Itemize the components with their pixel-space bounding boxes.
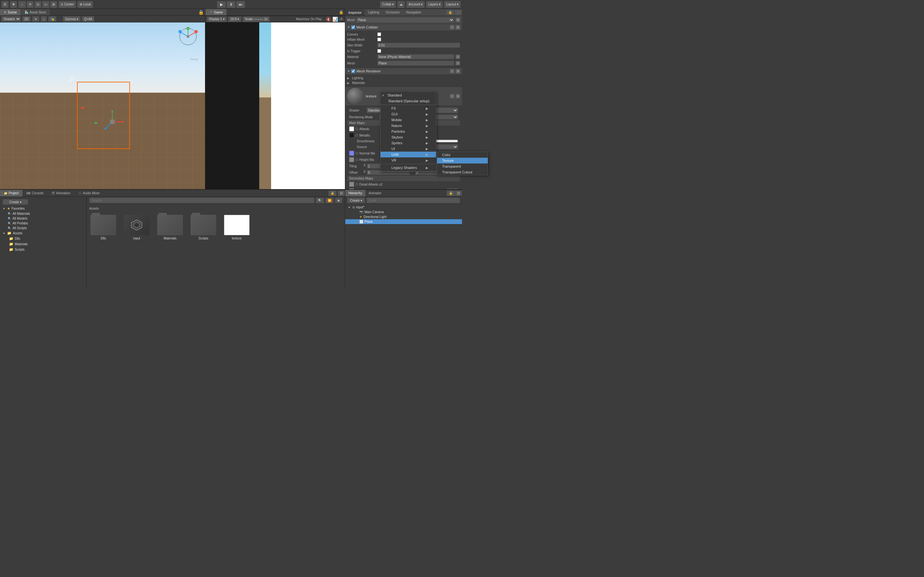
all-prefabs[interactable]: 🔍 All Prefabs xyxy=(0,221,86,226)
mobile-item[interactable]: Mobile ▶ xyxy=(381,117,436,123)
material-value[interactable]: None (Physic Material) xyxy=(377,54,454,59)
search-btn[interactable]: 🔍 xyxy=(316,197,324,203)
input-root[interactable]: ▼ ⊙ input* xyxy=(345,205,462,210)
fx-btn[interactable]: 🎭 xyxy=(48,16,57,22)
skin-width-input[interactable] xyxy=(377,43,460,48)
hierarchy-create-btn[interactable]: Create ▾ xyxy=(347,197,365,203)
stats-icon[interactable]: 📊 xyxy=(333,17,338,22)
bottom-maximize[interactable]: ⊡ xyxy=(338,190,345,196)
layers-button[interactable]: Layers ▾ xyxy=(426,1,443,8)
metallic-swatch[interactable] xyxy=(349,133,354,138)
hierarchy-maximize[interactable]: ⊡ xyxy=(455,190,462,196)
renderer-gear-icon[interactable]: ⚙ xyxy=(456,69,460,73)
all-materials[interactable]: 🔍 All Materials xyxy=(0,211,86,216)
dlls-folder[interactable]: 📁 Dlls xyxy=(0,236,86,242)
fx-item[interactable]: FX ▶ xyxy=(381,105,436,111)
assets-root[interactable]: ▼ 📁 Assets xyxy=(0,230,86,236)
light-btn[interactable]: ☀ xyxy=(32,16,39,22)
play-button[interactable]: ▶ xyxy=(217,1,226,8)
transform-all[interactable]: ⊞ xyxy=(50,1,57,8)
ratio-select[interactable]: 16:9 ▾ xyxy=(228,16,241,22)
layout-button[interactable]: Layout ▾ xyxy=(444,1,461,8)
gui-item[interactable]: GUI ▶ xyxy=(381,111,436,117)
particles-item[interactable]: Particles ▶ xyxy=(381,129,436,134)
color-item[interactable]: Color xyxy=(437,152,462,158)
lock-icon[interactable]: 🔒 xyxy=(198,10,204,15)
occlusion-tab[interactable]: Occlusion xyxy=(383,9,403,16)
game-lock-icon[interactable]: 🔒 xyxy=(339,10,344,15)
game-tab[interactable]: 🎮 Game xyxy=(205,9,227,15)
mesh-renderer-header[interactable]: ▼ Mesh Renderer ? ⚙ xyxy=(345,68,462,74)
vr-item[interactable]: VR ▶ xyxy=(381,157,436,163)
height-map-swatch[interactable] xyxy=(349,157,354,162)
inspector-tab[interactable]: Inspector xyxy=(345,9,365,16)
space-btn[interactable]: ⊕ Local xyxy=(78,1,93,8)
filter-btn[interactable]: 🔽 xyxy=(325,197,334,203)
bottom-lock[interactable]: 🔒 xyxy=(328,190,336,196)
material-circle-btn[interactable]: ⊙ xyxy=(456,55,460,59)
nature-item[interactable]: Nature ▶ xyxy=(381,123,436,129)
game-view-content[interactable] xyxy=(205,23,345,189)
inspector-settings[interactable]: ⚙ xyxy=(456,18,460,22)
transparent-item[interactable]: Transparent xyxy=(437,163,462,169)
transparent-cutout-item[interactable]: Transparent Cutout xyxy=(437,169,462,175)
gizmos-game-icon[interactable]: 👁 xyxy=(339,17,344,22)
texture-item[interactable]: Texture xyxy=(437,158,462,163)
material-gear-icon[interactable]: ⚙ xyxy=(456,94,460,98)
hierarchy-search[interactable] xyxy=(367,197,460,203)
step-button[interactable]: ⏭ xyxy=(236,1,245,8)
menu-button[interactable]: ☰ xyxy=(1,1,9,8)
audio-mixer-tab[interactable]: 🎵 Audio Mixer xyxy=(74,190,103,197)
transform-rotate[interactable]: ⟳ xyxy=(27,1,34,8)
transform-scale[interactable]: ⊡ xyxy=(34,1,41,8)
gizmos-btn[interactable]: Gizmos ▾ xyxy=(63,16,81,22)
inspector-more[interactable]: ⋮ xyxy=(454,10,462,15)
asset-store-tab[interactable]: 🏪 Asset Store xyxy=(21,9,50,15)
display-select[interactable]: Display 1 ▾ xyxy=(207,16,227,22)
create-btn[interactable]: Create ▾ xyxy=(3,199,28,205)
favorite-btn[interactable]: ★ xyxy=(335,197,342,203)
component-info-icon[interactable]: ? xyxy=(450,25,454,29)
shading-select[interactable]: Shaded xyxy=(1,16,21,22)
is-trigger-checkbox[interactable] xyxy=(377,49,381,53)
search-btn[interactable]: Q+All xyxy=(82,16,94,22)
unlit-item[interactable]: Unlit ▶ Color Texture Transparent Transp… xyxy=(381,152,436,157)
renderer-info-icon[interactable]: ? xyxy=(450,69,454,73)
transform-move[interactable]: ↔ xyxy=(18,1,26,8)
all-models[interactable]: 🔍 All Models xyxy=(0,216,86,221)
asset-materials[interactable]: Materials xyxy=(156,213,184,242)
scene-tab[interactable]: ⊙ Scene xyxy=(0,9,21,15)
all-scripts[interactable]: 🔍 All Scripts xyxy=(0,226,86,230)
scripts-folder[interactable]: 📁 Scripts xyxy=(0,247,86,252)
ui-item[interactable]: UI ▶ xyxy=(381,146,436,152)
directional-light-item[interactable]: ☀ Directional Light xyxy=(345,214,462,219)
hand-tool[interactable]: ✥ xyxy=(10,1,17,8)
mesh-select[interactable]: Plane xyxy=(356,17,454,23)
asset-input[interactable]: input xyxy=(123,213,151,242)
transform-rect[interactable]: ▭ xyxy=(42,1,49,8)
inflate-mesh-checkbox[interactable] xyxy=(377,37,381,41)
normal-map-swatch[interactable] xyxy=(349,151,354,156)
scale-btn[interactable]: Scale ——— 2x xyxy=(242,16,270,22)
material-info-icon[interactable]: ? xyxy=(450,94,454,98)
mute-icon[interactable]: 🔇 xyxy=(326,17,331,22)
animation-tab[interactable]: 🎬 Animation xyxy=(47,190,74,197)
component-gear-icon[interactable]: ⚙ xyxy=(456,25,460,29)
project-tab[interactable]: 📁 Project xyxy=(0,190,23,197)
standard-specular-item[interactable]: Standard (Specular setup) xyxy=(381,98,436,104)
asset-dlls[interactable]: Dlls xyxy=(89,213,118,242)
mesh-collider-enabled[interactable] xyxy=(351,25,355,29)
asset-search[interactable] xyxy=(89,197,314,203)
materials-folder[interactable]: 📁 Materials xyxy=(0,242,86,247)
pivot-btn[interactable]: ⊙ Center xyxy=(58,1,76,8)
collab-button[interactable]: Collab ▾ xyxy=(380,1,396,8)
scene-view-content[interactable]: 🕊 xyxy=(0,23,205,189)
mesh-value[interactable]: Plane xyxy=(377,61,454,66)
2d-btn[interactable]: 2D xyxy=(22,16,31,22)
sprites-item[interactable]: Sprites ▶ xyxy=(381,140,436,146)
detail-albedo-swatch[interactable] xyxy=(349,182,354,187)
animator-tab[interactable]: Animator xyxy=(365,190,384,197)
skybox-item[interactable]: Skybox ▶ xyxy=(381,134,436,140)
asset-scripts[interactable]: Scripts xyxy=(189,213,218,242)
audio-btn[interactable]: ♪ xyxy=(41,16,47,22)
